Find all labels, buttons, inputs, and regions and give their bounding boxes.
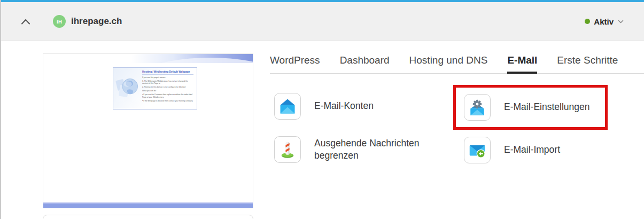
preview-line: If you see this page it means: (142, 76, 193, 79)
domain-name: ihrepage.ch (71, 16, 122, 27)
site-preview-thumbnail[interactable]: Hosting / Webhosting Default Webpage If … (43, 53, 253, 208)
chevron-up-icon (21, 19, 30, 25)
mail-open-icon (274, 93, 301, 120)
status-dropdown[interactable]: Aktiv (585, 17, 624, 26)
email-import-label: E-Mail-Import (504, 144, 560, 156)
next-card-edge (43, 215, 253, 219)
tab-email[interactable]: E-Mail (507, 54, 537, 73)
tab-wordpress[interactable]: WordPress (270, 54, 320, 73)
preview-content-box: Hosting / Webhosting Default Webpage If … (113, 67, 197, 110)
status-dot-icon (585, 19, 590, 24)
limit-post-icon (274, 136, 301, 163)
preview-page-footer (43, 202, 253, 208)
tab-hosting-und-dns[interactable]: Hosting und DNS (409, 54, 488, 73)
mail-settings-icon (464, 94, 491, 121)
mail-import-icon (464, 137, 491, 163)
domain-header: IH ihrepage.ch Aktiv (1, 2, 644, 41)
domain-avatar: IH (53, 15, 66, 28)
preview-line: • If the Webpage is blocked then contact… (142, 100, 193, 102)
preview-title: Hosting / Webhosting Default Webpage (142, 71, 193, 75)
limit-outgoing-messages-label: Ausgehende Nachrichten begrenzen (314, 137, 448, 162)
preview-line: 1. The Webmaster/Webdesigner has not yet… (142, 80, 193, 85)
preview-line: 2. Hosting for this domain is not config… (142, 86, 193, 88)
preview-line: What you can do: (142, 90, 193, 92)
limit-outgoing-messages-item[interactable]: Ausgehende Nachrichten begrenzen (274, 136, 448, 163)
preview-text: Hosting / Webhosting Default Webpage If … (142, 68, 197, 109)
globe-graphic-icon (113, 68, 142, 109)
preview-page-header (43, 54, 253, 63)
email-accounts-item[interactable]: E-Mail-Konten (274, 93, 374, 120)
chevron-down-icon (618, 20, 624, 24)
preview-line: • If you are the Customer then replace o… (142, 93, 193, 98)
domain-card: IH ihrepage.ch Aktiv (0, 0, 644, 219)
tab-erste-schritte[interactable]: Erste Schritte (557, 54, 618, 73)
email-settings-label: E-Mail-Einstellungen (504, 101, 590, 113)
collapse-button[interactable] (20, 16, 31, 27)
status-label: Aktiv (594, 17, 614, 26)
domain-tabs: WordPress Dashboard Hosting und DNS E-Ma… (270, 54, 644, 74)
email-accounts-label: E-Mail-Konten (314, 100, 374, 112)
email-import-item[interactable]: E-Mail-Import (464, 137, 560, 163)
tab-dashboard[interactable]: Dashboard (340, 54, 390, 73)
email-settings-item[interactable]: E-Mail-Einstellungen (464, 94, 590, 121)
